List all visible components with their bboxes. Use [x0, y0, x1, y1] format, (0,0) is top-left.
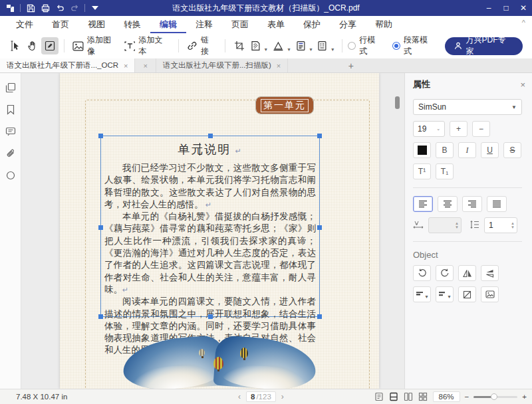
comments-icon[interactable]	[5, 126, 16, 137]
maximize-button[interactable]: □	[497, 0, 515, 16]
two-page-view-icon[interactable]	[404, 392, 414, 402]
align-justify-button[interactable]	[487, 196, 507, 212]
properties-close-icon[interactable]: ×	[520, 80, 525, 90]
selection-handle-w[interactable]	[98, 225, 103, 230]
redo-icon[interactable]	[70, 3, 79, 13]
attachments-icon[interactable]	[5, 148, 16, 159]
document-tab-inactive[interactable]: 语文出版社九年级下册...扫描版) ×	[156, 58, 288, 72]
increase-font-size-button[interactable]: +	[450, 121, 467, 137]
spinner-arrows-icon[interactable]: ▲▼	[511, 221, 517, 229]
menu-share[interactable]: 分享	[330, 16, 366, 33]
bookmarks-icon[interactable]	[5, 104, 16, 115]
underline-button[interactable]: U	[481, 142, 499, 158]
zoom-level-input[interactable]: 86%	[433, 391, 460, 402]
zoom-in-button[interactable]: +	[522, 393, 527, 401]
header-footer-button[interactable]: ▾	[293, 37, 315, 54]
hand-tool-button[interactable]	[24, 37, 41, 54]
zoom-slider[interactable]	[473, 396, 517, 398]
menu-view[interactable]: 视图	[78, 16, 114, 33]
unit-description-text[interactable]: 我们已经学习过不少散文，这些散文多侧重于写人叙事、绘景状物，本单元我们将学习托物…	[101, 157, 319, 357]
reading-view-icon[interactable]	[374, 392, 384, 402]
tab-close-icon[interactable]: ×	[124, 62, 128, 70]
grid-view-icon[interactable]	[418, 392, 428, 402]
menu-convert[interactable]: 转换	[114, 16, 150, 33]
zoom-out-button[interactable]: −	[465, 393, 469, 401]
zoom-slider-knob[interactable]	[491, 393, 497, 400]
menu-home[interactable]: 首页	[43, 16, 78, 33]
menu-protect[interactable]: 保护	[294, 16, 330, 33]
align-left-button[interactable]	[413, 196, 433, 212]
menu-comment[interactable]: 注释	[186, 16, 222, 33]
selection-handle-nw[interactable]	[98, 134, 103, 138]
watermark-button[interactable]: ▾	[248, 37, 270, 54]
link-button[interactable]: 链接	[184, 37, 219, 54]
selection-handle-n[interactable]	[208, 134, 213, 138]
subscript-button[interactable]: T₁	[436, 163, 454, 179]
menu-edit[interactable]: 编辑	[150, 16, 186, 33]
selection-handle-ne[interactable]	[317, 134, 322, 138]
tab-close-icon[interactable]: ×	[277, 62, 281, 70]
letter-spacing-input[interactable]: ▲▼	[428, 217, 462, 233]
menu-help[interactable]: 帮助	[366, 16, 402, 33]
bates-dropdown-icon[interactable]: ▾	[331, 47, 334, 54]
paragraph-2[interactable]: 本单元的《白杨礼赞》借挺拔的白杨抒发感慨；《藕与莼菜》借寻常的藕和莼菜寄托乡思；…	[104, 211, 316, 296]
add-text-button[interactable]: 添加文本	[122, 37, 174, 54]
toolbar-customize-dropdown-icon[interactable]	[90, 3, 100, 13]
rotate-left-button[interactable]	[413, 265, 431, 281]
page-number-input[interactable]: 8 /123	[246, 391, 276, 402]
unit-badge[interactable]: 第一单元	[256, 97, 313, 114]
watermark-dropdown-icon[interactable]: ▾	[265, 47, 267, 54]
flip-horizontal-button[interactable]	[458, 265, 476, 281]
paragraph-mode-radio[interactable]: 段落模式	[392, 35, 436, 57]
scrollbar-thumb[interactable]	[395, 96, 400, 109]
superscript-button[interactable]: T¹	[413, 163, 431, 179]
bates-numbering-button[interactable]: ▾	[315, 37, 336, 54]
undo-icon[interactable]	[55, 3, 65, 13]
line-mode-radio[interactable]: 行模式	[348, 35, 383, 57]
rotate-right-button[interactable]	[436, 265, 454, 281]
menu-form[interactable]: 表单	[258, 16, 294, 33]
collapse-ribbon-icon[interactable]: ^	[522, 19, 525, 27]
minimize-button[interactable]: –	[480, 0, 497, 16]
font-color-button[interactable]	[413, 142, 431, 158]
bold-button[interactable]: B	[436, 142, 454, 158]
font-family-select[interactable]: SimSun ▼	[413, 99, 522, 115]
background-dropdown-icon[interactable]: ▾	[288, 47, 291, 54]
new-tab-button[interactable]: +	[343, 58, 359, 72]
italic-button[interactable]: I	[458, 142, 476, 158]
selection-handle-sw[interactable]	[98, 314, 103, 319]
crop-tool-button[interactable]	[231, 37, 248, 54]
align-right-button[interactable]	[462, 196, 482, 212]
vertical-scrollbar[interactable]	[395, 73, 400, 389]
pdf-expert-button[interactable]: 万兴PDF专家	[445, 37, 523, 55]
selection-handle-e[interactable]	[317, 225, 322, 230]
document-canvas[interactable]: 第一单元 单元说明 ↵	[21, 73, 404, 389]
object-crop-button[interactable]	[458, 286, 476, 302]
object-align-dropdown-button[interactable]: ▾	[413, 286, 431, 302]
font-size-select[interactable]: 19 ⌄	[413, 121, 445, 137]
line-spacing-input[interactable]: 1 ▲▼	[484, 217, 517, 233]
edit-tool-button[interactable]	[41, 37, 59, 54]
sky-balloons-image[interactable]	[123, 336, 316, 389]
strikethrough-button[interactable]: S	[503, 142, 521, 158]
selection-handle-s[interactable]	[208, 314, 213, 319]
document-tab-active[interactable]: 语文出版社九年级下册语..._OCR ×	[0, 58, 135, 72]
single-page-view-icon[interactable]	[389, 392, 399, 402]
page-thumbnails-icon[interactable]	[5, 82, 16, 93]
tab-close-icon[interactable]: ×	[135, 58, 155, 72]
align-center-button[interactable]	[438, 196, 458, 212]
background-button[interactable]: ▾	[270, 37, 293, 54]
previous-page-button[interactable]: ‹	[238, 392, 241, 401]
save-icon[interactable]	[26, 3, 35, 13]
selection-handle-se[interactable]	[317, 314, 322, 319]
spinner-arrows-icon[interactable]: ▲▼	[455, 221, 461, 229]
close-button[interactable]: ✕	[515, 0, 532, 16]
decrease-font-size-button[interactable]: −	[472, 121, 490, 137]
text-block-selection[interactable]: 单元说明 ↵ 我们已经学习过不少散文，这些散文多侧重于写人叙事、绘景状物，本单元…	[100, 136, 320, 317]
search-icon[interactable]	[5, 170, 16, 181]
menu-file[interactable]: 文件	[7, 16, 43, 33]
header-footer-dropdown-icon[interactable]: ▾	[309, 47, 312, 54]
pdf-page[interactable]: 第一单元 单元说明 ↵	[60, 73, 379, 389]
object-distribute-dropdown-button[interactable]: ▾	[436, 286, 454, 302]
next-page-button[interactable]: ›	[281, 392, 284, 401]
